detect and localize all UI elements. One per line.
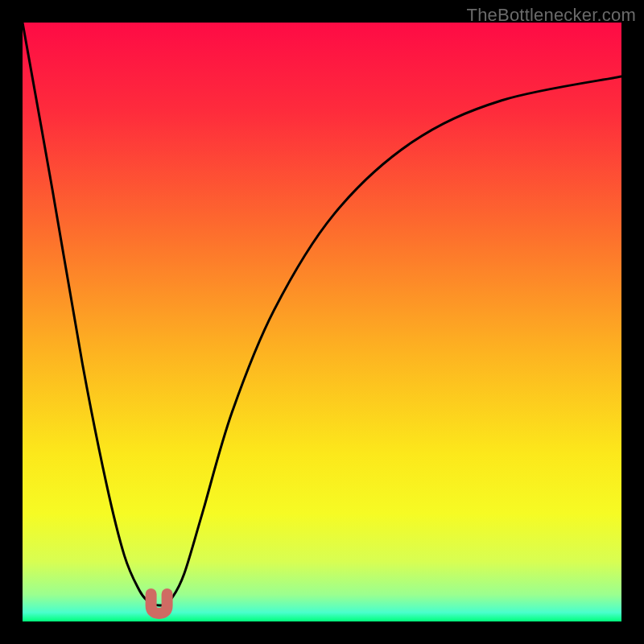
chart-stage: TheBottlenecker.com [0, 0, 644, 644]
cusp-marker-icon [151, 594, 167, 613]
bottleneck-curve [23, 23, 621, 605]
curve-layer [23, 23, 621, 621]
source-watermark: TheBottlenecker.com [467, 5, 636, 26]
